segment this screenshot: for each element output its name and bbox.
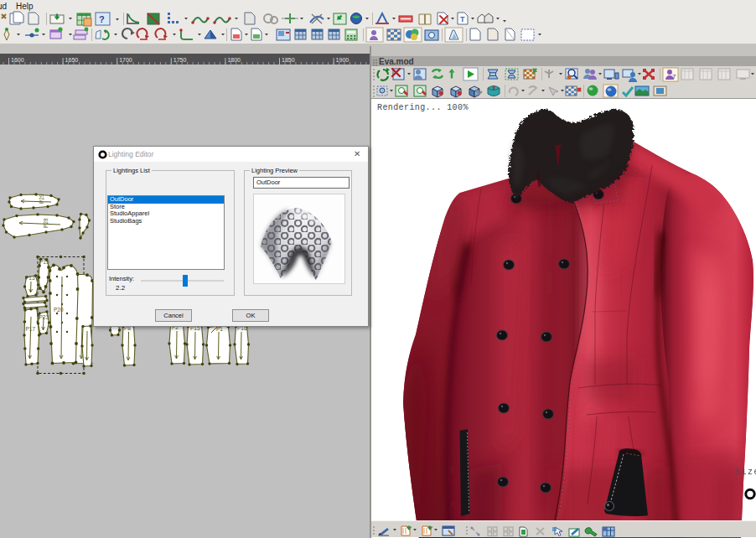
svg-text:P28: P28	[43, 218, 49, 228]
svg-text:P29: P29	[39, 194, 44, 204]
svg-text:P13: P13	[25, 275, 35, 281]
svg-text:?: ?	[99, 14, 105, 24]
svg-text:P19: P19	[39, 259, 49, 265]
svg-text:7: 7	[672, 73, 676, 80]
svg-text:1600: 1600	[11, 57, 24, 63]
svg-text:1850: 1850	[282, 57, 295, 63]
svg-text:T: T	[460, 15, 465, 23]
svg-text:P20: P20	[54, 307, 64, 313]
svg-text:1800: 1800	[227, 57, 241, 63]
svg-text:P1: P1	[216, 326, 223, 332]
svg-text:1700: 1700	[119, 57, 132, 63]
svg-text:1650: 1650	[65, 57, 79, 63]
svg-text:1750: 1750	[173, 57, 187, 63]
svg-text:1900: 1900	[336, 57, 350, 63]
